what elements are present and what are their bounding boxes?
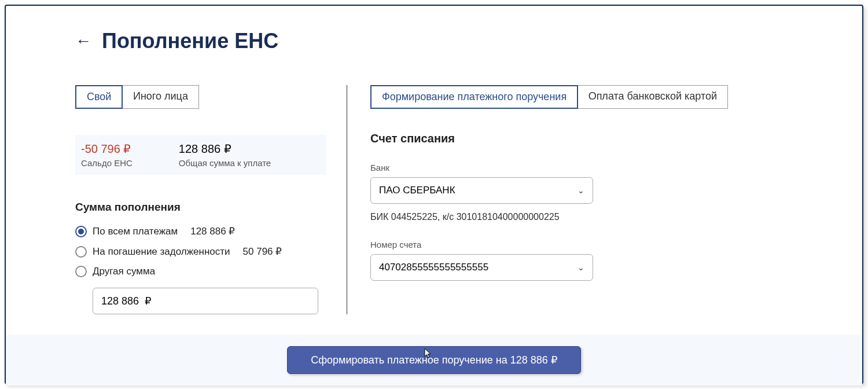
submit-button[interactable]: Сформировать платежное поручение на 128 … — [287, 346, 581, 374]
account-number-select[interactable]: 40702855555555555555 ⌄ — [370, 254, 593, 281]
payer-tab-group: Свой Иного лица — [75, 85, 326, 109]
saldo-block: -50 796 ₽ Сальдо ЕНС — [81, 142, 133, 168]
radio-all-payments[interactable]: По всем платежам 128 886 ₽ — [75, 225, 326, 237]
main-window: ← Пополнение ЕНС Свой Иного лица -50 796… — [5, 5, 863, 384]
bank-details-text: БИК 044525225, к/с 30101810400000000225 — [370, 212, 793, 222]
tab-bank-card[interactable]: Оплата банковской картой — [578, 85, 728, 109]
tab-own[interactable]: Свой — [75, 85, 123, 109]
radio-debt-repayment[interactable]: На погашение задолженности 50 796 ₽ — [75, 245, 326, 258]
header: ← Пополнение ЕНС — [75, 29, 793, 53]
radio-other-amount[interactable]: Другая сумма — [75, 266, 326, 277]
back-arrow-icon[interactable]: ← — [75, 32, 91, 50]
debit-account-heading: Счет списания — [370, 132, 793, 145]
account-number-value: 40702855555555555555 — [379, 262, 488, 273]
footer-bar: Сформировать платежное поручение на 128 … — [6, 335, 862, 386]
page-title: Пополнение ЕНС — [102, 29, 278, 53]
chevron-down-icon: ⌄ — [578, 263, 584, 272]
radio-other-label: Другая сумма — [93, 266, 155, 277]
saldo-value: -50 796 ₽ — [81, 142, 133, 156]
bank-label: Банк — [370, 163, 793, 173]
radio-unchecked-icon — [75, 246, 87, 258]
saldo-label: Сальдо ЕНС — [81, 158, 133, 168]
tab-other-person[interactable]: Иного лица — [122, 85, 199, 109]
amount-input[interactable] — [93, 288, 318, 314]
account-number-label: Номер счета — [370, 240, 793, 249]
left-column: Свой Иного лица -50 796 ₽ Сальдо ЕНС 128… — [75, 85, 347, 314]
topup-heading: Сумма пополнения — [75, 201, 326, 214]
amount-radio-group: По всем платежам 128 886 ₽ На погашение … — [75, 225, 326, 277]
total-due-block: 128 886 ₽ Общая сумма к уплате — [179, 142, 271, 168]
total-due-label: Общая сумма к уплате — [179, 158, 271, 168]
radio-all-label: По всем платежам — [93, 226, 178, 237]
radio-checked-icon — [75, 226, 87, 237]
radio-debt-label: На погашение задолженности — [93, 246, 230, 258]
chevron-down-icon: ⌄ — [578, 186, 584, 195]
total-due-value: 128 886 ₽ — [179, 142, 271, 156]
balance-panel: -50 796 ₽ Сальдо ЕНС 128 886 ₽ Общая сум… — [75, 135, 326, 175]
radio-unchecked-icon — [75, 266, 87, 277]
bank-select-value: ПАО СБЕРБАНК — [379, 185, 455, 196]
right-column: Формирование платежного поручения Оплата… — [347, 85, 793, 314]
radio-all-amount: 128 886 ₽ — [190, 225, 235, 237]
main-columns: Свой Иного лица -50 796 ₽ Сальдо ЕНС 128… — [75, 85, 793, 314]
payment-method-tabs: Формирование платежного поручения Оплата… — [370, 85, 793, 109]
radio-debt-amount: 50 796 ₽ — [243, 245, 282, 258]
bank-select[interactable]: ПАО СБЕРБАНК ⌄ — [370, 177, 593, 204]
tab-payment-order[interactable]: Формирование платежного поручения — [370, 85, 578, 109]
